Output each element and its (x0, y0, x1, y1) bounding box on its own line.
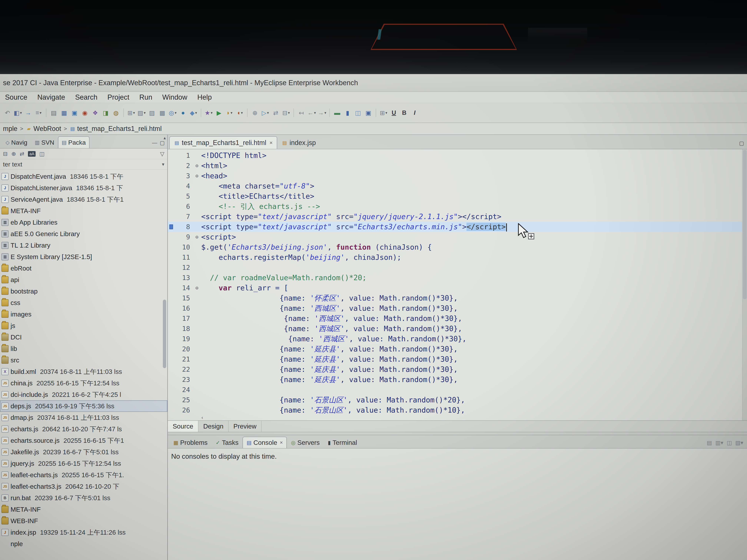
toolbar-icon-17[interactable]: ◎▾ (168, 108, 178, 118)
toolbar-icon-15[interactable]: ▨ (147, 108, 157, 118)
chevron-down-icon[interactable]: ▾ (267, 111, 269, 115)
tree-item[interactable]: ≣TL 1.2 Library (0, 240, 167, 251)
code-line[interactable]: 13 // var roadmeValue=Math.random()*20; (168, 273, 747, 283)
chevron-down-icon[interactable]: ▾ (195, 111, 197, 115)
code-line[interactable]: 8<script type="text/javascript" src="Ech… (168, 222, 747, 232)
editor-tab[interactable]: ▤index.jsp (277, 136, 320, 149)
toolbar-icon-14[interactable]: ▧▾ (137, 108, 146, 118)
tree-item[interactable]: JSchina.js20255 16-6-15 下午12:54 lss (0, 377, 167, 389)
code-line[interactable]: 2⊖<html> (168, 161, 747, 171)
chevron-down-icon[interactable]: ▾ (288, 111, 290, 115)
tree-item[interactable]: JSleaflet-echarts.js20255 16-6-15 下午1. (0, 469, 167, 481)
view-tab-source[interactable]: Source (168, 421, 199, 432)
toolbar-icon-35[interactable]: ▬ (332, 108, 342, 118)
code-line[interactable]: 10$.get('Echarts3/beijing.json', functio… (168, 242, 747, 252)
tree-item[interactable]: JSecharts.source.js20255 16-6-15 下午1 (0, 435, 167, 446)
tree-item[interactable]: js (0, 320, 167, 331)
tree-item[interactable]: JDispatchEvent.java18346 15-8-1 下午 (0, 171, 167, 182)
tree-item[interactable]: DCI (0, 331, 167, 343)
chevron-down-icon[interactable]: ▾ (325, 111, 326, 115)
breadcrumb-item[interactable]: ▤test_map_Echarts1_reli.html (70, 125, 162, 133)
tree-item[interactable]: ≣E System Library [J2SE-1.5] (0, 251, 167, 263)
toolbar-icon-36[interactable]: ▮ (343, 108, 352, 118)
code-line[interactable]: 3⊖<head> (168, 171, 747, 181)
toolbar-icon-10[interactable]: ◨ (101, 108, 110, 118)
chevron-down-icon[interactable]: ▾ (40, 111, 42, 115)
tree-item[interactable]: images (0, 309, 167, 320)
fold-toggle-icon[interactable]: ⊖ (193, 173, 201, 179)
console-tool-icon-2[interactable]: ◫ (727, 439, 732, 446)
tree-item[interactable]: JServiceAgent.java18346 15-8-1 下午1 (0, 194, 167, 205)
tree-item[interactable]: Brun.bat20239 16-6-7 下午5:01 lss (0, 492, 167, 504)
menu-item-source[interactable]: Source (0, 92, 32, 103)
toolbar-icon-6[interactable]: ▦ (59, 108, 69, 118)
toolbar-icon-13[interactable]: ⊞▾ (126, 108, 136, 118)
console-tool-icon-3[interactable]: ▧▾ (735, 439, 743, 446)
code-line[interactable]: 22 {name: '延庆县', value: Math.random()*30… (168, 364, 747, 374)
toolbar-icon-9[interactable]: ❖ (91, 108, 100, 118)
code-line[interactable]: 18 {name: '西城区', value: Math.random()*30… (168, 323, 747, 334)
toolbar-icon-19[interactable]: ◆▾ (188, 108, 198, 118)
minimize-icon[interactable]: — (152, 140, 157, 146)
tree-item[interactable]: api (0, 274, 167, 286)
chevron-down-icon[interactable]: ▾ (133, 111, 135, 115)
tree-item[interactable]: JSecharts.js20642 16-10-20 下午7:47 ls (0, 423, 167, 435)
code-line[interactable]: 1<!DOCTYPE html> (168, 150, 747, 161)
console-tab-tasks[interactable]: ✓Tasks (212, 437, 242, 448)
toolbar-icon-41[interactable]: U (389, 108, 399, 118)
code-line[interactable]: 25 {name: '石景山区', value: Math.random()*2… (168, 395, 747, 405)
menu-item-help[interactable]: Help (192, 92, 217, 103)
hscroll-left-icon[interactable]: ‹ (201, 415, 204, 420)
explorer-tab-svn[interactable]: ▥SVN (31, 136, 58, 148)
fold-toggle-icon[interactable]: ⊖ (193, 234, 201, 240)
console-tab-servers[interactable]: ◎Servers (287, 437, 324, 448)
tree-item[interactable]: bootstrap (0, 286, 167, 297)
console-tab-terminal[interactable]: ▮Terminal (324, 437, 361, 448)
code-line[interactable]: 9⊖<script> (168, 232, 747, 242)
fold-toggle-icon[interactable]: ⊖ (193, 163, 201, 168)
code-line[interactable]: 17 {name: '西城区', value: Math.random()*30… (168, 313, 747, 323)
tree-item[interactable]: JSjquery.js20255 16-6-15 下午12:54 lss (0, 458, 167, 469)
code-line[interactable]: 6 <!-- 引入 echarts.js --> (168, 201, 747, 212)
chevron-down-icon[interactable]: ▾ (241, 111, 243, 115)
toolbar-icon-37[interactable]: ◫ (353, 108, 363, 118)
toolbar-icon-28[interactable]: ⇄ (271, 108, 281, 118)
tree-item[interactable]: src (0, 354, 167, 366)
explorer-tool-icon-1[interactable]: ⊕ (11, 151, 16, 157)
console-tool-icon-1[interactable]: ▥▾ (715, 439, 723, 446)
code-line[interactable]: 21 {name: '延庆县', value: Math.random()*30… (168, 354, 747, 364)
toolbar-icon-7[interactable]: ▣ (70, 108, 79, 118)
toolbar-icon-21[interactable]: ★▾ (204, 108, 213, 118)
tree-item[interactable]: WEB-INF (0, 515, 167, 527)
tree-item[interactable]: META-INF (0, 504, 167, 515)
toolbar-icon-2[interactable]: → (23, 108, 33, 118)
toolbar-icon-0[interactable]: ↶ (3, 108, 12, 118)
code-line[interactable]: 23 {name: '延庆县', value: Math.random()*30… (168, 374, 747, 384)
code-line[interactable]: 24 (168, 384, 747, 395)
tree-item[interactable]: ebRoot (0, 263, 167, 274)
explorer-scrollbar-thumb[interactable] (163, 300, 166, 368)
tree-item[interactable]: JDispatchListener.java18346 15-8-1 下 (0, 182, 167, 194)
tree-item[interactable]: ≣aEE 5.0 Generic Library (0, 228, 167, 240)
explorer-tool-icon-0[interactable]: ⊟ (3, 151, 7, 157)
toolbar-icon-32[interactable]: ←▾ (307, 108, 316, 118)
explorer-tool-icon-3[interactable]: aA (28, 151, 35, 157)
toolbar-icon-29[interactable]: ⊟▾ (281, 108, 291, 118)
fold-toggle-icon[interactable]: ⊖ (193, 285, 201, 291)
code-line[interactable]: 15 {name: '怀柔区', value: Math.random()*30… (168, 293, 747, 303)
chevron-down-icon[interactable]: ▾ (20, 111, 22, 115)
tree-item[interactable]: JSdmap.js20374 16-8-11 上午11:03 lss (0, 412, 167, 423)
chevron-down-icon[interactable]: ▾ (144, 111, 146, 115)
toolbar-icon-11[interactable]: ◍ (111, 108, 121, 118)
chevron-down-icon[interactable]: ▾ (211, 111, 212, 115)
tree-item[interactable]: Jindex.jsp19329 15-11-24 上午11:26 lss (0, 527, 167, 538)
tree-item[interactable]: JSJakefile.js20239 16-6-7 下午5:01 lss (0, 446, 167, 458)
toolbar-icon-26[interactable]: ⊕ (250, 108, 260, 118)
console-tab-problems[interactable]: ▦Problems (169, 437, 212, 448)
console-tab-console[interactable]: ▤Console× (242, 437, 287, 448)
tree-item[interactable]: lib (0, 343, 167, 354)
toolbar-icon-16[interactable]: ▩ (157, 108, 167, 118)
toolbar-icon-3[interactable]: ≡▾ (34, 108, 43, 118)
filter-input[interactable]: ter text ▾ (0, 159, 167, 170)
chevron-down-icon[interactable]: ▾ (314, 111, 316, 115)
